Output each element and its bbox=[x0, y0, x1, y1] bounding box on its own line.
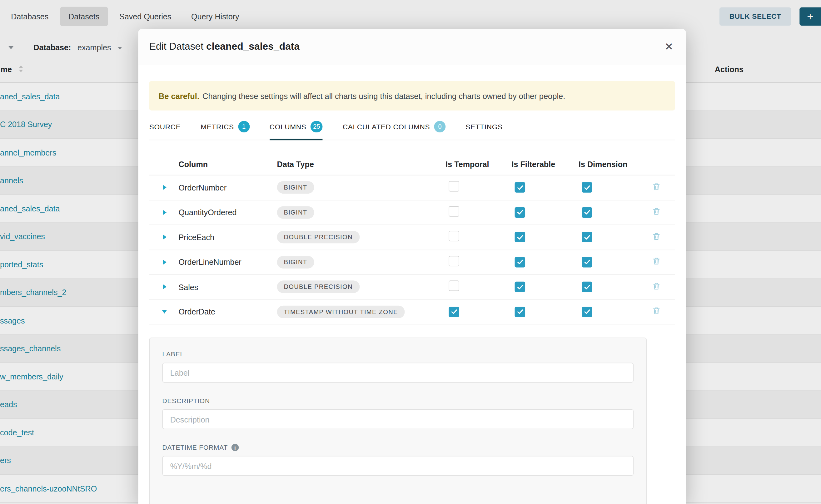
column-name: OrderLineNumber bbox=[169, 258, 277, 266]
trash-icon bbox=[652, 306, 661, 315]
is-dimension-checkbox[interactable] bbox=[582, 306, 592, 317]
delete-column-icon[interactable] bbox=[652, 182, 661, 191]
modal-tabs: SOURCEMETRICS1COLUMNS25CALCULATED COLUMN… bbox=[149, 118, 675, 140]
trash-icon bbox=[652, 182, 661, 191]
is-filterable-checkbox[interactable] bbox=[515, 257, 526, 267]
app-root: DatabasesDatasetsSaved QueriesQuery Hist… bbox=[0, 0, 821, 504]
expand-caret-icon[interactable] bbox=[163, 284, 166, 289]
modal-header: Edit Dataset cleaned_sales_data ✕ bbox=[138, 29, 686, 64]
is-dimension-checkbox[interactable] bbox=[582, 232, 592, 242]
check-icon bbox=[517, 308, 523, 315]
column-detail-panel: LABEL DESCRIPTION DATETIME FORMAT i bbox=[149, 338, 647, 504]
check-icon bbox=[584, 184, 591, 191]
column-name: PriceEach bbox=[169, 233, 277, 241]
check-icon bbox=[584, 209, 591, 216]
expand-caret-icon[interactable] bbox=[163, 210, 166, 215]
description-field-group: DESCRIPTION bbox=[162, 397, 634, 429]
tab-label: CALCULATED COLUMNS bbox=[343, 123, 430, 131]
check-icon bbox=[584, 284, 591, 290]
trash-icon bbox=[652, 207, 661, 215]
datetime-format-field-label: DATETIME FORMAT i bbox=[162, 444, 634, 451]
modal-title-prefix: Edit Dataset bbox=[149, 41, 203, 52]
tab-metrics[interactable]: METRICS1 bbox=[200, 118, 250, 140]
column-row: PriceEachDOUBLE PRECISION bbox=[149, 225, 675, 250]
data-type-pill: DOUBLE PRECISION bbox=[277, 281, 359, 293]
close-icon[interactable]: ✕ bbox=[665, 41, 673, 52]
label-input[interactable] bbox=[162, 363, 634, 383]
tab-source[interactable]: SOURCE bbox=[149, 118, 181, 140]
delete-column-icon[interactable] bbox=[652, 281, 661, 290]
is-filterable-checkbox[interactable] bbox=[515, 232, 526, 242]
check-icon bbox=[517, 209, 523, 216]
is-temporal-checkbox[interactable] bbox=[449, 281, 459, 291]
label-field-group: LABEL bbox=[162, 351, 634, 383]
collapse-caret-icon[interactable] bbox=[162, 310, 167, 314]
label-field-label: LABEL bbox=[162, 351, 634, 358]
column-row: OrderLineNumberBIGINT bbox=[149, 250, 675, 275]
info-icon[interactable]: i bbox=[231, 444, 239, 451]
expand-caret-icon[interactable] bbox=[163, 185, 166, 190]
tab-label: METRICS bbox=[200, 123, 234, 131]
tab-calculated-columns[interactable]: CALCULATED COLUMNS0 bbox=[343, 118, 446, 140]
is-temporal-checkbox[interactable] bbox=[449, 206, 459, 217]
delete-column-icon[interactable] bbox=[652, 232, 661, 240]
trash-icon bbox=[652, 281, 661, 290]
is-dimension-checkbox[interactable] bbox=[582, 207, 592, 218]
header-column: Column bbox=[169, 159, 277, 168]
is-filterable-checkbox[interactable] bbox=[515, 306, 526, 317]
trash-icon bbox=[652, 257, 661, 265]
is-filterable-checkbox[interactable] bbox=[515, 182, 526, 193]
is-temporal-checkbox[interactable] bbox=[449, 231, 459, 242]
check-icon bbox=[451, 308, 458, 315]
check-icon bbox=[517, 259, 523, 265]
delete-column-icon[interactable] bbox=[652, 207, 661, 215]
is-dimension-checkbox[interactable] bbox=[582, 182, 592, 193]
is-filterable-checkbox[interactable] bbox=[515, 282, 526, 292]
check-icon bbox=[517, 234, 523, 240]
column-row: QuantityOrderedBIGINT bbox=[149, 200, 675, 225]
column-name: Sales bbox=[169, 283, 277, 291]
header-is-dimension: Is Dimension bbox=[579, 159, 652, 168]
data-type-pill: DOUBLE PRECISION bbox=[277, 231, 359, 244]
is-temporal-checkbox[interactable] bbox=[449, 181, 459, 192]
check-icon bbox=[584, 234, 591, 240]
is-dimension-checkbox[interactable] bbox=[582, 257, 592, 267]
data-type-pill: TIMESTAMP WITHOUT TIME ZONE bbox=[277, 305, 405, 318]
columns-table-body: OrderNumberBIGINTQuantityOrderedBIGINTPr… bbox=[149, 175, 675, 324]
is-temporal-checkbox[interactable] bbox=[449, 256, 459, 266]
description-input[interactable] bbox=[162, 409, 634, 429]
tab-settings[interactable]: SETTINGS bbox=[466, 118, 503, 140]
data-type-pill: BIGINT bbox=[277, 256, 314, 268]
column-row: SalesDOUBLE PRECISION bbox=[149, 275, 675, 300]
column-row: OrderNumberBIGINT bbox=[149, 175, 675, 200]
modal-title: Edit Dataset cleaned_sales_data bbox=[149, 41, 300, 52]
column-name: QuantityOrdered bbox=[169, 208, 277, 217]
tab-label: SOURCE bbox=[149, 123, 181, 131]
header-is-temporal: Is Temporal bbox=[446, 159, 512, 168]
datetime-format-field-group: DATETIME FORMAT i bbox=[162, 444, 634, 476]
delete-column-icon[interactable] bbox=[652, 257, 661, 265]
modal-body: Be careful. Changing these settings will… bbox=[138, 81, 686, 504]
trash-icon bbox=[652, 232, 661, 240]
delete-column-icon[interactable] bbox=[652, 306, 661, 315]
column-name: OrderNumber bbox=[169, 183, 277, 192]
header-is-filterable: Is Filterable bbox=[512, 159, 579, 168]
expand-caret-icon[interactable] bbox=[163, 259, 166, 265]
is-dimension-checkbox[interactable] bbox=[582, 282, 592, 292]
tab-label: COLUMNS bbox=[269, 123, 306, 131]
is-temporal-checkbox[interactable] bbox=[449, 306, 459, 317]
tab-count-badge: 0 bbox=[434, 121, 446, 132]
datetime-format-input[interactable] bbox=[162, 456, 634, 476]
tab-label: SETTINGS bbox=[466, 123, 503, 131]
tab-columns[interactable]: COLUMNS25 bbox=[269, 118, 323, 140]
is-filterable-checkbox[interactable] bbox=[515, 207, 526, 218]
warning-text: Changing these settings will affect all … bbox=[202, 91, 565, 100]
check-icon bbox=[584, 308, 591, 315]
datetime-format-label-text: DATETIME FORMAT bbox=[162, 444, 228, 451]
data-type-pill: BIGINT bbox=[277, 206, 314, 219]
header-data-type: Data Type bbox=[277, 159, 446, 168]
warning-banner: Be careful. Changing these settings will… bbox=[149, 81, 675, 111]
description-field-label: DESCRIPTION bbox=[162, 397, 634, 404]
tab-count-badge: 1 bbox=[238, 121, 250, 132]
expand-caret-icon[interactable] bbox=[163, 235, 166, 240]
